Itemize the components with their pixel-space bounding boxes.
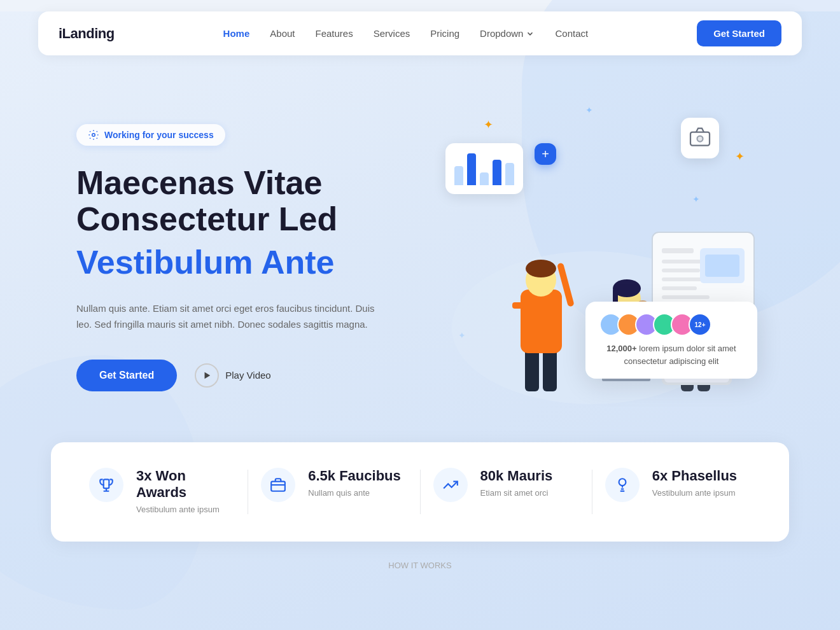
play-video-button[interactable]: Play Video: [195, 363, 270, 388]
nav-link-services[interactable]: Services: [374, 28, 410, 39]
nav-link-pricing[interactable]: Pricing: [430, 28, 459, 39]
stat-value-0: 3x Won Awards: [136, 468, 235, 501]
nav-dropdown[interactable]: Dropdown: [480, 28, 535, 39]
svg-rect-20: [543, 347, 557, 391]
chevron-down-icon: [526, 29, 535, 38]
stat-divider-3: [592, 470, 592, 514]
stat-subtitle-3: Vestibulum ante ipsum: [652, 487, 737, 500]
hero-content: Working for your success Maecenas Vitae …: [76, 124, 420, 391]
stat-value-1: 6.5k Faucibus: [308, 468, 401, 484]
hero-title-line1: Maecenas Vitae Consectetur Led: [76, 165, 420, 237]
trophy-icon: [98, 477, 115, 493]
play-icon: [195, 363, 219, 388]
stat-item-2: 80k Mauris Etiam sit amet orci: [433, 468, 579, 502]
svg-rect-39: [662, 286, 697, 290]
svg-rect-40: [662, 295, 710, 299]
svg-rect-37: [662, 269, 700, 272]
svg-point-52: [619, 479, 626, 486]
stat-item-3: 6x Phasellus Vestibulum ante ipsum: [605, 468, 751, 502]
stat-icon-wrap-3: [605, 468, 640, 502]
svg-marker-1: [205, 372, 211, 379]
hero-badge: Working for your success: [76, 124, 225, 146]
stat-value-3: 6x Phasellus: [652, 468, 737, 484]
hero-title-line3: Vestibulum Ante: [76, 242, 420, 282]
nav-link-home[interactable]: Home: [223, 28, 250, 39]
briefcase-icon: [270, 477, 286, 493]
gear-icon: [88, 129, 99, 141]
hero-illustration: ✦ ✦ ✦ ✦ ✦: [420, 99, 764, 417]
stat-content-2: 80k Mauris Etiam sit amet orci: [480, 468, 553, 500]
svg-rect-36: [662, 260, 706, 263]
svg-rect-21: [521, 290, 562, 353]
illustration-wrapper: +: [426, 111, 757, 404]
play-triangle-icon: [202, 371, 211, 380]
brand-logo: iLanding: [59, 25, 115, 42]
avatar-more: 12+: [689, 313, 711, 336]
stat-item-0: 3x Won Awards Vestibulum ante ipsum: [89, 468, 235, 516]
stats-popup-text: 12,000+ lorem ipsum dolor sit amet conse…: [599, 342, 743, 367]
stat-content-3: 6x Phasellus Vestibulum ante ipsum: [652, 468, 737, 500]
bottom-hint: HOW IT WORKS: [0, 542, 840, 589]
svg-point-23: [526, 260, 556, 277]
stats-section: 3x Won Awards Vestibulum ante ipsum 6.5k…: [51, 442, 789, 542]
stat-icon-wrap-0: [89, 468, 123, 502]
stats-popup-card: 12+ 12,000+ lorem ipsum dolor sit amet c…: [585, 302, 757, 379]
stat-divider-1: [248, 470, 248, 514]
bulb-icon: [614, 477, 631, 493]
stats-avatars: 12+: [599, 313, 743, 336]
stat-content-0: 3x Won Awards Vestibulum ante ipsum: [136, 468, 235, 516]
hero-actions: Get Started Play Video: [76, 360, 420, 391]
stat-content-1: 6.5k Faucibus Nullam quis ante: [308, 468, 401, 500]
stat-divider-2: [420, 470, 421, 514]
nav-link-contact[interactable]: Contact: [555, 28, 588, 39]
hero-section: Working for your success Maecenas Vitae …: [0, 67, 840, 436]
svg-rect-50: [271, 482, 285, 491]
hero-cta-button[interactable]: Get Started: [76, 360, 177, 391]
stat-subtitle-2: Etiam sit amet orci: [480, 487, 553, 500]
stat-subtitle-1: Nullam quis ante: [308, 487, 401, 500]
nav-link-features[interactable]: Features: [316, 28, 353, 39]
svg-rect-35: [662, 248, 694, 253]
svg-rect-49: [104, 479, 109, 488]
svg-rect-25: [512, 302, 524, 309]
nav-link-about[interactable]: About: [270, 28, 295, 39]
chart-trend-icon: [442, 477, 459, 493]
nav-links: Home About Features Services Pricing Dro…: [223, 28, 589, 39]
svg-rect-42: [705, 255, 739, 277]
stat-item-1: 6.5k Faucibus Nullam quis ante: [261, 468, 407, 502]
nav-cta-button[interactable]: Get Started: [697, 20, 781, 46]
stat-subtitle-0: Vestibulum ante ipsum: [136, 503, 235, 516]
navbar: iLanding Home About Features Services Pr…: [38, 11, 802, 55]
stat-value-2: 80k Mauris: [480, 468, 553, 484]
stat-icon-wrap-2: [433, 468, 468, 502]
svg-point-0: [92, 134, 95, 137]
stat-icon-wrap-1: [261, 468, 295, 502]
hero-description: Nullam quis ante. Etiam sit amet orci eg…: [76, 300, 382, 333]
svg-rect-19: [525, 347, 539, 391]
